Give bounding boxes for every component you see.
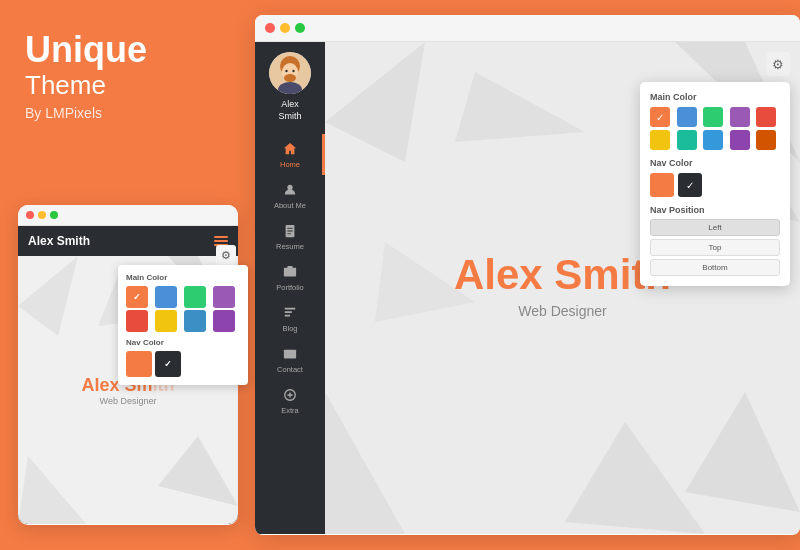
svg-point-11	[292, 70, 294, 72]
svg-rect-17	[284, 268, 296, 277]
blog-label: Blog	[282, 324, 297, 333]
color-swatch-darkpurple[interactable]	[213, 310, 235, 332]
desktop-settings-gear[interactable]: ⚙	[766, 52, 790, 76]
svg-marker-23	[325, 42, 425, 162]
desktop-dot-green	[295, 23, 305, 33]
sidebar-item-contact[interactable]: Contact	[255, 339, 325, 380]
d-swatch-orange[interactable]: ✓	[650, 107, 670, 127]
desktop-nav-color-label: Nav Color	[650, 158, 780, 168]
sidebar-item-resume[interactable]: Resume	[255, 216, 325, 257]
desktop-main-color-label: Main Color	[650, 92, 780, 102]
promo-title: Unique Theme	[25, 30, 220, 105]
settings-gear-mobile[interactable]: ⚙	[216, 245, 236, 265]
d-swatch-green[interactable]	[703, 107, 723, 127]
svg-point-8	[284, 74, 296, 82]
sidebar-user-name: AlexSmith	[278, 99, 301, 122]
desktop-hero-name: Alex Smith	[454, 251, 671, 299]
svg-marker-1	[18, 256, 78, 336]
nav-pos-bottom[interactable]: Bottom	[650, 259, 780, 276]
browser-dot-red	[26, 211, 34, 219]
nav-position-section: Nav Position Left Top Bottom	[650, 205, 780, 276]
d-swatch-lightblue[interactable]	[703, 130, 723, 150]
hamburger-line-1	[214, 236, 228, 238]
about-icon	[281, 181, 299, 199]
mobile-settings-panel: Main Color Nav Color	[118, 265, 248, 385]
avatar-svg	[269, 52, 311, 94]
mobile-browser-bar	[18, 205, 238, 226]
d-nav-orange[interactable]	[650, 173, 674, 197]
d-swatch-yellow[interactable]	[650, 130, 670, 150]
color-swatch-lightblue[interactable]	[184, 310, 206, 332]
extra-label: Extra	[281, 406, 299, 415]
d-swatch-blue[interactable]	[677, 107, 697, 127]
contact-icon	[281, 345, 299, 363]
desktop-hero-role: Web Designer	[454, 303, 671, 319]
sidebar-item-home[interactable]: Home	[255, 134, 325, 175]
sidebar-avatar	[269, 52, 311, 94]
svg-rect-18	[287, 266, 292, 269]
svg-marker-3	[18, 456, 88, 524]
d-swatch-teal[interactable]	[677, 130, 697, 150]
desktop-content: AlexSmith Home About Me Resume	[255, 42, 800, 534]
svg-point-10	[285, 70, 287, 72]
desktop-browser-bar	[255, 15, 800, 42]
nav-color-orange[interactable]	[126, 351, 152, 377]
contact-label: Contact	[277, 365, 303, 374]
desktop-dot-red	[265, 23, 275, 33]
nav-pos-left[interactable]: Left	[650, 219, 780, 236]
resume-label: Resume	[276, 242, 304, 251]
desktop-hero-content: Alex Smith Web Designer	[454, 251, 671, 319]
color-swatch-blue[interactable]	[155, 286, 177, 308]
sidebar-item-extra[interactable]: Extra	[255, 380, 325, 421]
svg-marker-24	[685, 392, 800, 512]
sidebar-item-blog[interactable]: Blog	[255, 298, 325, 339]
about-label: About Me	[274, 201, 306, 210]
desktop-dot-yellow	[280, 23, 290, 33]
promo-by: By LMPixels	[25, 105, 220, 121]
d-nav-dark[interactable]: ✓	[678, 173, 702, 197]
browser-dot-yellow	[38, 211, 46, 219]
svg-marker-26	[455, 72, 585, 142]
color-swatch-red[interactable]	[126, 310, 148, 332]
nav-color-dark[interactable]	[155, 351, 181, 377]
d-swatch-brown[interactable]	[756, 130, 776, 150]
resume-icon	[281, 222, 299, 240]
desktop-color-grid: ✓	[650, 107, 780, 150]
mobile-color-grid	[126, 286, 240, 332]
mobile-hero-role: Web Designer	[81, 396, 174, 406]
nav-pos-top[interactable]: Top	[650, 239, 780, 256]
mobile-nav-color-label: Nav Color	[126, 338, 240, 347]
portfolio-icon	[281, 263, 299, 281]
desktop-mockup: AlexSmith Home About Me Resume	[255, 15, 800, 535]
d-swatch-darkpurple[interactable]	[730, 130, 750, 150]
mobile-main-color-label: Main Color	[126, 273, 240, 282]
color-swatch-green[interactable]	[184, 286, 206, 308]
nav-position-label: Nav Position	[650, 205, 780, 215]
blog-icon	[281, 304, 299, 322]
home-label: Home	[280, 160, 300, 169]
browser-dot-green	[50, 211, 58, 219]
desktop-main: Alex Smith Web Designer ⚙ Main Color ✓	[325, 42, 800, 534]
svg-marker-25	[325, 392, 405, 534]
nav-position-buttons: Left Top Bottom	[650, 219, 780, 276]
mobile-nav-title: Alex Smith	[28, 234, 90, 248]
mobile-mockup: Alex Smith Alex Smith Web Designer ⚙	[18, 205, 238, 525]
d-swatch-purple[interactable]	[730, 107, 750, 127]
color-swatch-purple[interactable]	[213, 286, 235, 308]
svg-marker-27	[565, 422, 705, 534]
hamburger-line-2	[214, 240, 228, 242]
desktop-nav-color-row: ✓	[650, 173, 780, 197]
mobile-nav-color-row	[126, 351, 240, 377]
d-swatch-red[interactable]	[756, 107, 776, 127]
sidebar-item-portfolio[interactable]: Portfolio	[255, 257, 325, 298]
color-swatch-yellow[interactable]	[155, 310, 177, 332]
mobile-nav-header: Alex Smith	[18, 226, 238, 256]
portfolio-label: Portfolio	[276, 283, 304, 292]
color-swatch-orange[interactable]	[126, 286, 148, 308]
home-icon	[281, 140, 299, 158]
extra-icon	[281, 386, 299, 404]
svg-rect-19	[284, 350, 296, 359]
svg-marker-2	[158, 436, 238, 506]
sidebar-item-about[interactable]: About Me	[255, 175, 325, 216]
desktop-settings-panel: Main Color ✓ Nav Color ✓	[640, 82, 790, 286]
